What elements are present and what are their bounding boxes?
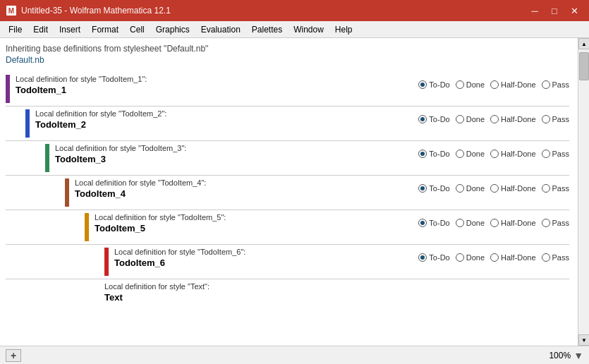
menu-item-window[interactable]: Window: [288, 23, 329, 36]
radio-circle-4-2[interactable]: [490, 184, 499, 193]
radio-circle-2-1[interactable]: [456, 115, 464, 123]
radio-option-pass-1[interactable]: Pass: [542, 80, 569, 89]
scrollbar-right[interactable]: ▲ ▼: [578, 38, 589, 346]
radio-circle-5-2[interactable]: [490, 219, 499, 227]
style-desc-7: Local definition for style "Text":: [104, 282, 569, 291]
radio-option-done-1[interactable]: Done: [456, 80, 485, 89]
radio-option-pass-4[interactable]: Pass: [542, 184, 569, 193]
radio-circle-4-3[interactable]: [542, 184, 550, 193]
block-inner-5: Local definition for style "TodoItem_5":…: [85, 213, 569, 241]
radio-circle-6-1[interactable]: [456, 253, 464, 262]
scroll-up-arrow[interactable]: ▲: [578, 38, 589, 49]
menu-item-graphics[interactable]: Graphics: [150, 23, 195, 36]
block-text-5: Local definition for style "TodoItem_5":…: [95, 213, 418, 233]
radio-option-half-done-1[interactable]: Half-Done: [490, 80, 536, 89]
radio-option-done-5[interactable]: Done: [456, 219, 485, 227]
style-block-4: Local definition for style "TodoItem_4":…: [6, 176, 569, 210]
radio-circle-3-0[interactable]: [418, 150, 427, 158]
radio-label-3-0: To-Do: [429, 150, 449, 158]
radio-circle-6-0[interactable]: [418, 253, 427, 262]
close-button[interactable]: ✕: [565, 4, 583, 18]
menu-item-file[interactable]: File: [3, 23, 28, 36]
radio-option-half-done-4[interactable]: Half-Done: [490, 184, 536, 193]
radio-circle-6-2[interactable]: [490, 253, 499, 262]
radio-option-pass-5[interactable]: Pass: [542, 219, 569, 227]
maximize-button[interactable]: □: [545, 4, 564, 18]
radio-option-done-6[interactable]: Done: [456, 253, 485, 262]
radio-circle-2-3[interactable]: [542, 115, 550, 123]
radio-circle-4-1[interactable]: [456, 184, 464, 193]
style-name-5: TodoItem_5: [95, 223, 418, 233]
style-desc-6: Local definition for style "TodoItem_6":: [114, 248, 418, 256]
window-controls: ─ □ ✕: [526, 4, 583, 18]
radio-option-pass-3[interactable]: Pass: [542, 150, 569, 158]
radio-label-4-2: Half-Done: [501, 184, 536, 193]
radio-option-half-done-3[interactable]: Half-Done: [490, 150, 536, 158]
radio-option-to-do-3[interactable]: To-Do: [418, 150, 449, 158]
style-desc-3: Local definition for style "TodoItem_3":: [55, 144, 418, 152]
menu-item-format[interactable]: Format: [86, 23, 124, 36]
radio-option-half-done-2[interactable]: Half-Done: [490, 115, 536, 123]
radio-option-done-3[interactable]: Done: [456, 150, 485, 158]
radio-label-6-0: To-Do: [429, 253, 449, 262]
block-inner-2: Local definition for style "TodoItem_2":…: [25, 109, 569, 138]
scroll-track[interactable]: [578, 49, 589, 334]
radio-option-to-do-5[interactable]: To-Do: [418, 219, 449, 227]
color-bar-4: [65, 178, 69, 207]
radio-option-done-4[interactable]: Done: [456, 184, 485, 193]
radio-label-2-3: Pass: [552, 115, 569, 123]
radio-option-to-do-2[interactable]: To-Do: [418, 115, 449, 123]
content-area: Inheriting base definitions from stylesh…: [0, 38, 578, 346]
radio-option-pass-2[interactable]: Pass: [542, 115, 569, 123]
app-icon: M: [6, 5, 17, 16]
radio-circle-5-3[interactable]: [542, 219, 550, 227]
menu-item-insert[interactable]: Insert: [54, 23, 86, 36]
default-link[interactable]: Default.nb: [6, 55, 569, 65]
radio-label-4-0: To-Do: [429, 184, 449, 193]
style-desc-1: Local definition for style "TodoItem_1":: [16, 75, 418, 83]
radio-group-3: To-DoDoneHalf-DonePass: [418, 144, 569, 158]
radio-label-2-2: Half-Done: [501, 115, 536, 123]
block-text-1: Local definition for style "TodoItem_1":…: [16, 75, 418, 95]
radio-circle-2-0[interactable]: [418, 115, 427, 123]
scroll-thumb[interactable]: [579, 52, 589, 80]
style-block-1: Local definition for style "TodoItem_1":…: [6, 72, 569, 107]
add-button[interactable]: +: [6, 349, 21, 362]
menu-item-palettes[interactable]: Palettes: [246, 23, 288, 36]
radio-circle-2-2[interactable]: [490, 115, 499, 123]
radio-option-to-do-1[interactable]: To-Do: [418, 80, 449, 89]
radio-circle-1-1[interactable]: [456, 80, 464, 89]
radio-option-pass-6[interactable]: Pass: [542, 253, 569, 262]
radio-circle-5-1[interactable]: [456, 219, 464, 227]
radio-circle-3-1[interactable]: [456, 150, 464, 158]
radio-circle-1-3[interactable]: [542, 80, 550, 89]
menu-item-evaluation[interactable]: Evaluation: [195, 23, 246, 36]
radio-option-to-do-6[interactable]: To-Do: [418, 253, 449, 262]
block-text-3: Local definition for style "TodoItem_3":…: [55, 144, 418, 164]
radio-circle-3-2[interactable]: [490, 150, 499, 158]
radio-option-half-done-5[interactable]: Half-Done: [490, 219, 536, 227]
zoom-dropdown-arrow[interactable]: ▼: [573, 350, 583, 361]
radio-circle-4-0[interactable]: [418, 184, 427, 193]
radio-circle-1-0[interactable]: [418, 80, 427, 89]
radio-circle-6-3[interactable]: [542, 253, 550, 262]
radio-option-to-do-4[interactable]: To-Do: [418, 184, 449, 193]
radio-circle-3-3[interactable]: [542, 150, 550, 158]
radio-label-1-2: Half-Done: [501, 80, 536, 89]
radio-option-done-2[interactable]: Done: [456, 115, 485, 123]
menu-item-cell[interactable]: Cell: [124, 23, 150, 36]
menu-item-edit[interactable]: Edit: [28, 23, 54, 36]
radio-circle-5-0[interactable]: [418, 219, 427, 227]
radio-circle-1-2[interactable]: [490, 80, 499, 89]
zoom-level: 100%: [549, 351, 571, 360]
menu-item-help[interactable]: Help: [329, 23, 358, 36]
radio-option-half-done-6[interactable]: Half-Done: [490, 253, 536, 262]
block-inner-3: Local definition for style "TodoItem_3":…: [45, 144, 569, 172]
minimize-button[interactable]: ─: [526, 4, 544, 18]
radio-label-4-3: Pass: [552, 184, 569, 193]
svg-text:M: M: [8, 7, 14, 15]
block-text-7: Local definition for style "Text":Text: [104, 282, 569, 303]
radio-group-2: To-DoDoneHalf-DonePass: [418, 109, 569, 123]
scroll-down-arrow[interactable]: ▼: [578, 334, 589, 346]
radio-label-5-1: Done: [466, 219, 485, 227]
